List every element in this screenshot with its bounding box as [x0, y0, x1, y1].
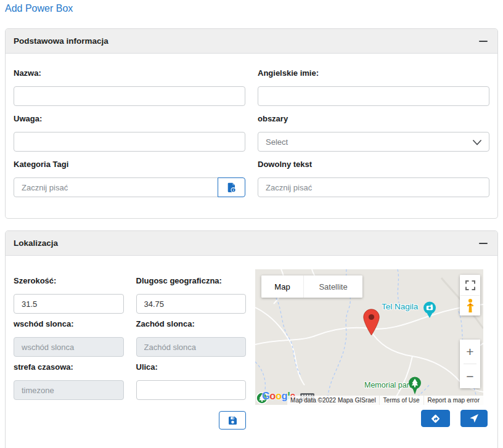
pegman-icon — [465, 298, 475, 313]
navigation-arrow-icon — [469, 413, 479, 423]
field-obszary: obszary Select — [258, 113, 489, 152]
map-marker-pin[interactable] — [363, 309, 380, 338]
field-uwaga: Uwaga: — [14, 113, 245, 152]
navigate-button[interactable] — [460, 410, 488, 427]
directions-diamond-icon — [430, 413, 441, 425]
wschod-slonca-input — [14, 337, 124, 357]
zachod-slonca-label: Zachód slonca: — [136, 319, 247, 329]
panel-lokalizacja-body: Szerokość: Dlugosc geograficzna: wschód … — [6, 256, 497, 448]
kategoria-tagi-info-button[interactable] — [218, 177, 245, 197]
fullscreen-icon — [465, 280, 476, 291]
obszary-label: obszary — [258, 113, 489, 124]
panel-basic-info: Podstawowa informacja Nazwa: Angielskie … — [5, 28, 498, 219]
dlugosc-input[interactable] — [136, 294, 247, 314]
red-pin-icon — [363, 309, 380, 336]
map-type-control: Map Satellite — [261, 275, 362, 298]
map-type-satellite-button[interactable]: Satellite — [303, 275, 362, 298]
uwaga-input[interactable] — [14, 132, 245, 152]
floppy-disk-icon — [228, 416, 237, 425]
field-zachod-slonca: Zachód slonca: — [136, 319, 247, 357]
collapse-panel-button[interactable] — [478, 238, 489, 249]
strefa-czasowa-label: strefa czasowa: — [14, 362, 124, 372]
wschod-slonca-label: wschód slonca: — [14, 319, 124, 329]
zoom-out-button[interactable]: − — [460, 364, 480, 388]
minus-icon — [479, 41, 488, 42]
dowolny-tekst-label: Dowolny tekst — [258, 159, 489, 169]
panel-lokalizacja-title: Lokalizacja — [14, 238, 58, 248]
poi-memorial-park-pin[interactable] — [408, 377, 422, 397]
kategoria-tagi-label: Kategoria Tagi — [14, 159, 245, 169]
report-map-error-link[interactable]: Report a map error — [424, 396, 483, 405]
dowolny-tekst-input[interactable] — [258, 177, 489, 197]
angielskie-imie-input[interactable] — [258, 86, 489, 106]
pegman-button[interactable] — [460, 295, 480, 316]
ulica-input[interactable] — [136, 380, 247, 400]
obszary-select[interactable]: Select — [258, 132, 489, 152]
panel-basic-info-header: Podstawowa informacja — [6, 29, 497, 54]
field-dowolny-tekst: Dowolny tekst — [258, 159, 489, 197]
panel-lokalizacja-header: Lokalizacja — [6, 231, 497, 256]
minus-icon — [479, 243, 488, 244]
angielskie-imie-label: Angielskie imie: — [258, 68, 489, 78]
dlugosc-label: Dlugosc geograficzna: — [136, 275, 247, 286]
field-szerokosc: Szerokość: — [14, 275, 124, 314]
poi-tel-nagila-pin[interactable] — [423, 301, 436, 320]
field-wschod-slonca: wschód slonca: — [14, 319, 124, 357]
field-dlugosc: Dlugosc geograficzna: — [136, 275, 247, 314]
tree-pin-icon — [408, 377, 422, 395]
page-title: Add Power Box — [5, 2, 498, 15]
map-right-controls — [460, 275, 480, 316]
nazwa-input[interactable] — [14, 86, 245, 106]
map-data-attribution: Map data ©2022 Mapa GISrael — [287, 396, 379, 405]
strefa-czasowa-input — [14, 380, 124, 400]
map-actions — [255, 410, 488, 427]
collapse-panel-button[interactable] — [478, 36, 489, 47]
fullscreen-button[interactable] — [460, 275, 480, 295]
szerokosc-input[interactable] — [14, 294, 124, 314]
nazwa-label: Nazwa: — [14, 68, 245, 78]
kategoria-tagi-input[interactable] — [14, 177, 218, 197]
zachod-slonca-input — [136, 337, 247, 357]
field-nazwa: Nazwa: — [14, 68, 245, 106]
page: Add Power Box Podstawowa informacja Nazw… — [0, 0, 503, 448]
field-strefa-czasowa: strefa czasowa: — [14, 362, 124, 400]
map-attribution: Map data ©2022 Mapa GISrael Terms of Use… — [287, 396, 483, 405]
panel-basic-info-title: Podstawowa informacja — [14, 36, 108, 46]
uwaga-label: Uwaga: — [14, 113, 245, 124]
directions-button[interactable] — [421, 410, 450, 427]
panel-basic-info-body: Nazwa: Angielskie imie: Uwaga: obszary S… — [6, 54, 497, 218]
zoom-in-button[interactable]: + — [460, 340, 480, 364]
field-angielskie-imie: Angielskie imie: — [258, 68, 489, 106]
poi-label-tel-nagila: Tel Nagila — [382, 302, 418, 311]
save-button[interactable] — [219, 411, 246, 430]
file-info-icon — [227, 182, 236, 193]
panel-lokalizacja: Lokalizacja Szerokość: Dlugosc geografic… — [5, 230, 498, 448]
map-zoom-control: + − — [460, 340, 480, 388]
chevron-down-icon — [473, 140, 481, 145]
szerokosc-label: Szerokość: — [14, 275, 124, 286]
field-kategoria-tagi: Kategoria Tagi — [14, 159, 245, 197]
obszary-selected-value: Select — [266, 137, 288, 147]
ulica-label: Ulica: — [136, 362, 247, 372]
poi-label-memorial-park: Memorial park — [364, 381, 413, 389]
map-type-map-button[interactable]: Map — [261, 275, 303, 298]
field-ulica: Ulica: — [136, 362, 247, 400]
google-map[interactable]: Map Satellite — [255, 269, 483, 405]
terms-of-use-link[interactable]: Terms of Use — [380, 396, 423, 405]
camera-pin-icon — [423, 301, 436, 319]
